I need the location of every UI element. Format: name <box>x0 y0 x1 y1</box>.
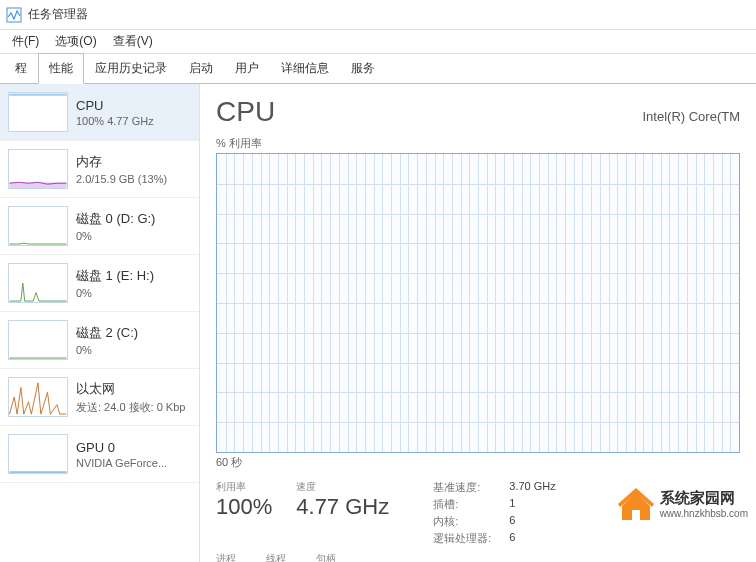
handles-label: 句柄 <box>316 552 336 562</box>
sidebar-item-label: 内存 <box>76 153 191 171</box>
stat-util-label: 利用率 <box>216 480 272 494</box>
sidebar-thumb-memory <box>8 149 68 189</box>
sidebar-item-cpu[interactable]: CPU 100% 4.77 GHz <box>0 84 199 141</box>
sidebar-item-sub: 0% <box>76 344 191 356</box>
sidebar-thumb-gpu0 <box>8 434 68 474</box>
cores-value: 6 <box>509 514 555 529</box>
stat-grid: 基准速度: 3.70 GHz 插槽: 1 内核: 6 逻辑处理器: 6 <box>433 480 556 546</box>
sidebar-item-sub: 100% 4.77 GHz <box>76 115 191 127</box>
cpu-chart <box>216 153 740 453</box>
sidebar-item-ethernet[interactable]: 以太网 发送: 24.0 接收: 0 Kbp <box>0 369 199 426</box>
sidebar-thumb-ethernet <box>8 377 68 417</box>
sidebar-item-label: 磁盘 1 (E: H:) <box>76 267 191 285</box>
stat-row2: 进程 线程 句柄 <box>216 552 740 562</box>
sockets-label: 插槽: <box>433 497 491 512</box>
sidebar-thumb-disk1 <box>8 263 68 303</box>
main-title: CPU <box>216 96 275 128</box>
sidebar-item-label: GPU 0 <box>76 440 191 455</box>
cores-label: 内核: <box>433 514 491 529</box>
tab-processes[interactable]: 程 <box>4 53 38 83</box>
sidebar-item-disk1[interactable]: 磁盘 1 (E: H:) 0% <box>0 255 199 312</box>
sidebar-thumb-disk0 <box>8 206 68 246</box>
logical-value: 6 <box>509 531 555 546</box>
cpu-name: Intel(R) Core(TM <box>642 109 740 124</box>
sidebar-item-sub: 2.0/15.9 GB (13%) <box>76 173 191 185</box>
logical-label: 逻辑处理器: <box>433 531 491 546</box>
stat-utilization: 利用率 100% <box>216 480 272 546</box>
stat-speed: 速度 4.77 GHz <box>296 480 389 546</box>
tab-performance[interactable]: 性能 <box>38 53 84 84</box>
main-header: CPU Intel(R) Core(TM <box>216 96 740 128</box>
sockets-value: 1 <box>509 497 555 512</box>
main-panel: CPU Intel(R) Core(TM % 利用率 60 秒 利用率 100%… <box>200 84 756 562</box>
sidebar-thumb-disk2 <box>8 320 68 360</box>
sidebar-thumb-cpu <box>8 92 68 132</box>
sidebar-item-memory[interactable]: 内存 2.0/15.9 GB (13%) <box>0 141 199 198</box>
content-area: CPU 100% 4.77 GHz 内存 2.0/15.9 GB (13%) 磁… <box>0 84 756 562</box>
sidebar-item-label: 磁盘 2 (C:) <box>76 324 191 342</box>
sidebar-item-disk2[interactable]: 磁盘 2 (C:) 0% <box>0 312 199 369</box>
sidebar-item-disk0[interactable]: 磁盘 0 (D: G:) 0% <box>0 198 199 255</box>
sidebar-item-label: CPU <box>76 98 191 113</box>
threads-label: 线程 <box>266 552 286 562</box>
sidebar-item-sub: 0% <box>76 287 191 299</box>
base-speed-label: 基准速度: <box>433 480 491 495</box>
sidebar-item-label: 磁盘 0 (D: G:) <box>76 210 191 228</box>
title-bar: 任务管理器 <box>0 0 756 30</box>
tab-startup[interactable]: 启动 <box>178 53 224 83</box>
sidebar-item-label: 以太网 <box>76 380 191 398</box>
base-speed-value: 3.70 GHz <box>509 480 555 495</box>
watermark-url: www.hnzkhbsb.com <box>660 508 748 519</box>
window-title: 任务管理器 <box>28 6 88 23</box>
chart-top-label: % 利用率 <box>216 136 740 151</box>
processes-label: 进程 <box>216 552 236 562</box>
stat-speed-label: 速度 <box>296 480 389 494</box>
app-icon <box>6 7 22 23</box>
menu-options[interactable]: 选项(O) <box>47 31 104 52</box>
stat-util-value: 100% <box>216 494 272 520</box>
tabs-bar: 程 性能 应用历史记录 启动 用户 详细信息 服务 <box>0 54 756 84</box>
house-icon <box>618 486 654 522</box>
tab-details[interactable]: 详细信息 <box>270 53 340 83</box>
menu-file[interactable]: 件(F) <box>4 31 47 52</box>
watermark: 系统家园网 www.hnzkhbsb.com <box>618 486 748 522</box>
tab-users[interactable]: 用户 <box>224 53 270 83</box>
watermark-title: 系统家园网 <box>660 489 748 508</box>
sidebar-item-sub: NVIDIA GeForce... <box>76 457 191 469</box>
svg-rect-1 <box>10 93 67 96</box>
tab-app-history[interactable]: 应用历史记录 <box>84 53 178 83</box>
chart-bottom-label: 60 秒 <box>216 455 740 470</box>
sidebar: CPU 100% 4.77 GHz 内存 2.0/15.9 GB (13%) 磁… <box>0 84 200 562</box>
sidebar-item-sub: 发送: 24.0 接收: 0 Kbp <box>76 400 191 415</box>
menu-view[interactable]: 查看(V) <box>105 31 161 52</box>
menu-bar: 件(F) 选项(O) 查看(V) <box>0 30 756 54</box>
svg-rect-3 <box>632 510 640 520</box>
tab-services[interactable]: 服务 <box>340 53 386 83</box>
chart-grid <box>217 154 739 452</box>
stat-speed-value: 4.77 GHz <box>296 494 389 520</box>
sidebar-item-sub: 0% <box>76 230 191 242</box>
sidebar-item-gpu0[interactable]: GPU 0 NVIDIA GeForce... <box>0 426 199 483</box>
